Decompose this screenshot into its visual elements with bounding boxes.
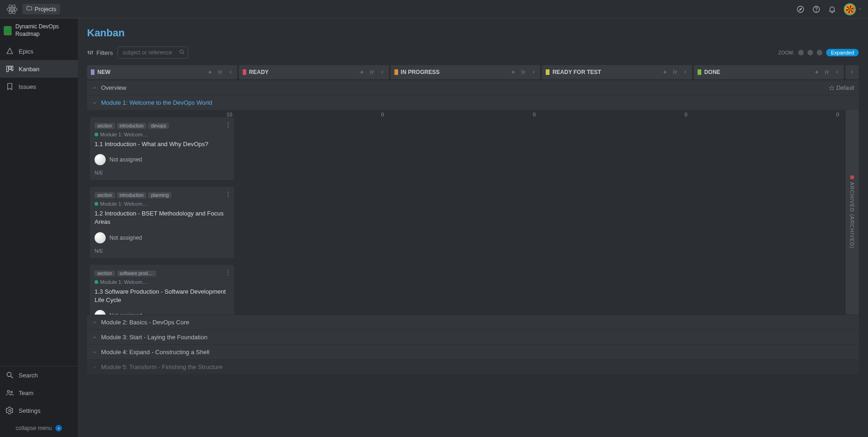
- sort-column[interactable]: [822, 67, 832, 77]
- app-logo-icon[interactable]: [6, 3, 19, 16]
- svg-point-14: [7, 390, 10, 393]
- compass-icon[interactable]: [796, 5, 805, 13]
- assignee-avatar[interactable]: [95, 310, 106, 315]
- notifications-icon[interactable]: [828, 5, 836, 13]
- column-in-progress: IN PROGRESS: [391, 65, 541, 79]
- column-count: 10: [87, 110, 237, 117]
- nav-epics[interactable]: Epics: [0, 42, 78, 60]
- module-1[interactable]: Module 1: Welcome to the DevOps World: [87, 95, 859, 110]
- svg-point-20: [90, 53, 91, 54]
- column-title: DONE: [704, 69, 720, 75]
- column-ready-for-test: READY FOR TEST: [542, 65, 692, 79]
- sort-column[interactable]: [519, 67, 528, 77]
- collapse-column[interactable]: [378, 67, 387, 77]
- svg-rect-11: [12, 66, 13, 71]
- assignee-text: Not assigned: [109, 156, 142, 163]
- search-input[interactable]: [117, 47, 188, 59]
- nav-item-label: Search: [19, 372, 38, 379]
- zoom-level-1[interactable]: [798, 50, 804, 55]
- sort-column[interactable]: [671, 67, 680, 77]
- card-estimate: N/E: [95, 170, 230, 175]
- chevron-up-icon: [92, 335, 97, 340]
- default-label: Default: [836, 85, 854, 91]
- page-title: Kanban: [78, 19, 868, 42]
- svg-rect-10: [9, 66, 11, 70]
- column-count: 0: [239, 110, 389, 117]
- nav-item-label: Team: [19, 390, 34, 397]
- add-card[interactable]: [509, 67, 518, 77]
- card-menu[interactable]: ⋮: [225, 269, 231, 276]
- nav-issues[interactable]: Issues: [0, 78, 78, 95]
- filters-button[interactable]: Filters: [87, 49, 113, 56]
- module-3[interactable]: Module 3: Start - Laying the Foundation: [87, 329, 859, 344]
- svg-point-12: [7, 372, 11, 376]
- nav-kanban[interactable]: Kanban: [0, 60, 78, 78]
- chevron-up-icon: [92, 320, 97, 325]
- svg-marker-5: [800, 8, 802, 10]
- card-tag: section: [95, 192, 115, 198]
- chevron-right-icon: [92, 85, 97, 91]
- column-color-icon: [698, 69, 701, 75]
- svg-point-15: [11, 391, 13, 393]
- projects-breadcrumb[interactable]: Projects: [22, 4, 60, 14]
- assignee-avatar[interactable]: [95, 154, 106, 165]
- project-switcher[interactable]: 🌲 Dynamic DevOps Roadmap: [0, 19, 78, 42]
- zoom-expanded[interactable]: Expanded: [826, 49, 859, 56]
- sort-column[interactable]: [216, 67, 225, 77]
- nav-item-label: Settings: [19, 407, 41, 414]
- collapse-column[interactable]: [833, 67, 842, 77]
- zoom-level-3[interactable]: [817, 50, 822, 55]
- card[interactable]: ⋮ section software produc… Module 1: Wel…: [90, 265, 234, 315]
- card-tag: planning: [148, 192, 171, 198]
- add-card[interactable]: [812, 67, 821, 77]
- module-2[interactable]: Module 2: Basics - DevOps Core: [87, 315, 859, 329]
- chevron-up-icon: [92, 350, 97, 355]
- nav-team[interactable]: Team: [0, 384, 78, 402]
- card-title: 1.2 Introduction - BSET Methodology and …: [95, 209, 230, 226]
- sort-column[interactable]: [367, 67, 377, 77]
- collapse-column[interactable]: [226, 67, 235, 77]
- svg-rect-9: [7, 66, 8, 72]
- card-menu[interactable]: ⋮: [225, 121, 231, 128]
- module-overview[interactable]: Overview Default: [87, 80, 859, 95]
- search-icon: [179, 49, 185, 55]
- module-4[interactable]: Module 4: Expand - Constructing a Shell: [87, 344, 859, 359]
- card[interactable]: ⋮ section introduction planning Module 1…: [90, 187, 234, 258]
- column-count: 0: [694, 110, 844, 117]
- user-avatar: [844, 3, 856, 15]
- add-card[interactable]: [357, 67, 366, 77]
- svg-point-1: [7, 7, 17, 11]
- card-tag: section: [95, 270, 115, 276]
- svg-point-23: [180, 50, 183, 53]
- collapse-menu[interactable]: collapse menu «: [0, 419, 78, 437]
- collapse-column[interactable]: [681, 67, 690, 77]
- assignee-text: Not assigned: [109, 312, 142, 315]
- column-count: 0: [542, 110, 692, 117]
- svg-point-22: [92, 51, 93, 52]
- module-dot-icon: [95, 202, 98, 206]
- collapse-column[interactable]: [529, 67, 538, 77]
- card[interactable]: ⋮ section introduction devops Module 1: …: [90, 117, 234, 180]
- scroll-columns-right[interactable]: [846, 65, 859, 79]
- assignee-avatar[interactable]: [95, 232, 106, 243]
- module-dot-icon: [95, 280, 98, 284]
- column-new: NEW: [87, 65, 237, 79]
- column-title: IN PROGRESS: [401, 69, 440, 75]
- card-menu[interactable]: ⋮: [225, 190, 231, 198]
- project-icon: 🌲: [4, 26, 12, 35]
- add-card[interactable]: [205, 67, 215, 77]
- help-icon[interactable]: [812, 5, 821, 13]
- column-title: NEW: [97, 69, 110, 75]
- archived-column[interactable]: ARCHIVED (ARCHIVED): [846, 110, 859, 315]
- user-menu[interactable]: [844, 3, 862, 15]
- assignee-text: Not assigned: [109, 235, 142, 241]
- nav-item-label: Kanban: [19, 66, 40, 73]
- column-title: READY FOR TEST: [552, 69, 601, 75]
- nav-settings[interactable]: Settings: [0, 402, 78, 419]
- zoom-level-2[interactable]: [807, 50, 813, 55]
- nav-search[interactable]: Search: [0, 366, 78, 384]
- column-title: READY: [249, 69, 269, 75]
- collapse-label: collapse menu: [16, 425, 52, 431]
- add-card[interactable]: [660, 67, 670, 77]
- module-5[interactable]: Module 5: Transform - Finishing the Stru…: [87, 359, 859, 374]
